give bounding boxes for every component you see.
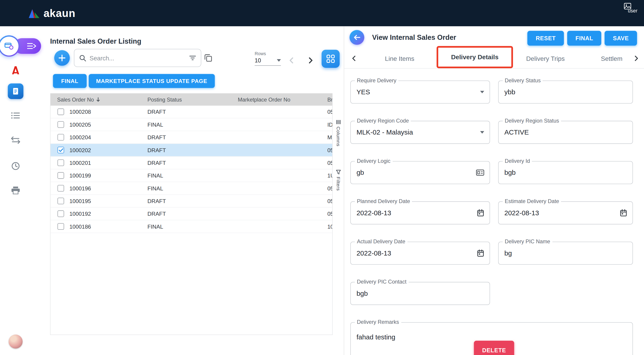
table-header: Sales Order No Posting Status Marketplac… (50, 93, 332, 106)
save-button[interactable]: SAVE (605, 31, 637, 46)
column-header-sales-order-no[interactable]: Sales Order No (50, 96, 148, 102)
chevron-down-icon (277, 59, 281, 62)
duplicate-page-button[interactable] (204, 54, 212, 62)
reset-button[interactable]: RESET (528, 31, 564, 46)
field-delivery-region-code[interactable]: Delivery Region Code MLK-02 - Malaysia (350, 121, 490, 144)
row-checkbox[interactable] (58, 159, 64, 166)
column-header-marketplace-order-no[interactable]: Marketplace Order No (238, 96, 327, 102)
cell-posting-status: FINAL (148, 223, 238, 229)
back-button[interactable] (350, 30, 364, 45)
rows-per-page-select[interactable]: 10 (255, 57, 281, 66)
calendar-icon[interactable] (477, 209, 484, 217)
table-row[interactable]: 1000199 FINAL 1U (50, 169, 332, 182)
tabs-scroll-right-button[interactable] (632, 54, 640, 62)
cell-posting-status: FINAL (148, 172, 238, 178)
user-avatar-broken[interactable]: user (624, 3, 638, 14)
calendar-icon[interactable] (477, 249, 484, 257)
profile-avatar[interactable] (8, 335, 22, 349)
tab-delivery-trips[interactable]: Delivery Trips (521, 48, 570, 69)
contact-card-icon[interactable] (476, 169, 484, 176)
tab-settlement[interactable]: Settlem (601, 48, 626, 69)
chevron-down-icon[interactable] (480, 91, 484, 93)
columns-tab[interactable]: Columns (332, 120, 344, 146)
detail-actions: RESET FINAL SAVE (528, 31, 637, 46)
field-actual-delivery-date[interactable]: Actual Delivery Date 2022-08-13 (350, 242, 490, 265)
swap-arrows-icon (10, 136, 20, 144)
delete-button[interactable]: DELETE (474, 341, 514, 355)
cell-order-no: 1000202 (67, 147, 147, 153)
sidebar-item-billing[interactable] (8, 84, 23, 99)
sidebar (0, 26, 31, 355)
table-row[interactable]: 1000205 FINAL ID (50, 118, 332, 131)
row-checkbox-checked[interactable] (58, 147, 64, 153)
sidebar-item-history[interactable] (11, 161, 20, 170)
final-filter-button[interactable]: FINAL (53, 74, 86, 88)
sidebar-item-print[interactable] (11, 186, 20, 194)
row-checkbox[interactable] (58, 109, 64, 115)
search-input[interactable] (90, 55, 186, 62)
cell-order-no: 1000199 (67, 172, 147, 178)
table-row[interactable]: 1000204 DRAFT M (50, 131, 332, 144)
chevron-right-icon (307, 57, 314, 64)
cell-posting-status: DRAFT (148, 147, 238, 153)
tab-line-items[interactable]: Line Items (373, 48, 426, 69)
filters-tab[interactable]: Filters (332, 170, 344, 191)
cell-branch: 05 (328, 147, 332, 153)
row-checkbox[interactable] (58, 185, 64, 192)
cell-posting-status: FINAL (148, 121, 238, 128)
field-delivery-region-status[interactable]: Delivery Region Status ACTIVE (498, 121, 633, 144)
marketplace-status-update-button[interactable]: MARKETPLACE STATUS UPDATE PAGE (89, 74, 215, 88)
grid-view-button[interactable] (322, 50, 340, 68)
field-require-delivery[interactable]: Require Delivery YES (350, 81, 490, 104)
application-window: akaun user (0, 0, 644, 355)
field-delivery-logic[interactable]: Delivery Logic gb (350, 161, 490, 184)
row-checkbox[interactable] (58, 172, 64, 179)
cell-posting-status: DRAFT (148, 211, 238, 217)
sidebar-item-list[interactable] (11, 112, 20, 119)
field-delivery-status[interactable]: Delivery Status ybb (498, 81, 633, 104)
next-page-button[interactable] (307, 57, 314, 64)
table-row[interactable]: 1000196 FINAL 05 (50, 182, 332, 195)
sales-order-table: Sales Order No Posting Status Marketplac… (50, 93, 333, 335)
tab-delivery-details-active[interactable]: Delivery Details (436, 46, 513, 68)
cell-branch: 05 (328, 185, 332, 191)
filter-list-button[interactable] (189, 55, 196, 60)
arrow-left-icon (353, 34, 361, 41)
payment-fab[interactable] (0, 35, 20, 57)
row-checkbox[interactable] (58, 223, 64, 230)
table-row[interactable]: 1000208 DRAFT 05 (50, 106, 332, 118)
plus-icon (58, 54, 66, 62)
field-delivery-id[interactable]: Delivery Id bgb (498, 161, 633, 184)
sidebar-item-acrobat[interactable] (10, 65, 21, 76)
table-row[interactable]: 1000195 DRAFT 05 (50, 195, 332, 208)
field-estimate-delivery-date[interactable]: Estimate Delivery Date 2022-08-13 (498, 201, 633, 224)
cell-branch: 05 (328, 198, 332, 204)
field-delivery-pic-contact[interactable]: Delivery PIC Contact bgb (350, 282, 490, 305)
previous-page-button[interactable] (288, 57, 295, 64)
table-row[interactable]: 1000192 DRAFT 05 (50, 208, 332, 220)
calendar-icon[interactable] (620, 209, 627, 217)
field-delivery-pic-name[interactable]: Delivery PIC Name bg (498, 242, 633, 265)
row-checkbox[interactable] (58, 198, 64, 204)
row-checkbox[interactable] (58, 134, 64, 141)
add-button[interactable] (54, 50, 70, 66)
column-header-branch[interactable]: Br (328, 96, 332, 102)
table-row-selected[interactable]: 1000202 DRAFT 05 (50, 144, 332, 156)
column-header-posting-status[interactable]: Posting Status (148, 96, 238, 102)
tabs-scroll-left-button[interactable] (351, 55, 357, 62)
sidebar-item-transfer[interactable] (10, 136, 20, 144)
cell-posting-status: FINAL (148, 185, 238, 191)
row-checkbox[interactable] (58, 121, 64, 128)
topbar: akaun user (0, 0, 644, 26)
table-row[interactable]: 1000186 FINAL 10 (50, 220, 332, 233)
table-row[interactable]: 1000201 DRAFT 05 (50, 157, 332, 169)
brand[interactable]: akaun (29, 0, 76, 26)
search-box (74, 49, 201, 67)
sort-desc-icon (96, 97, 100, 102)
final-button[interactable]: FINAL (567, 31, 601, 46)
list-icon (11, 112, 20, 119)
row-checkbox[interactable] (58, 210, 64, 217)
chevron-down-icon[interactable] (480, 131, 484, 134)
sales-order-listing-panel: Internal Sales Order Listing (31, 26, 344, 355)
field-planned-delivery-date[interactable]: Planned Delivery Date 2022-08-13 (350, 201, 490, 224)
